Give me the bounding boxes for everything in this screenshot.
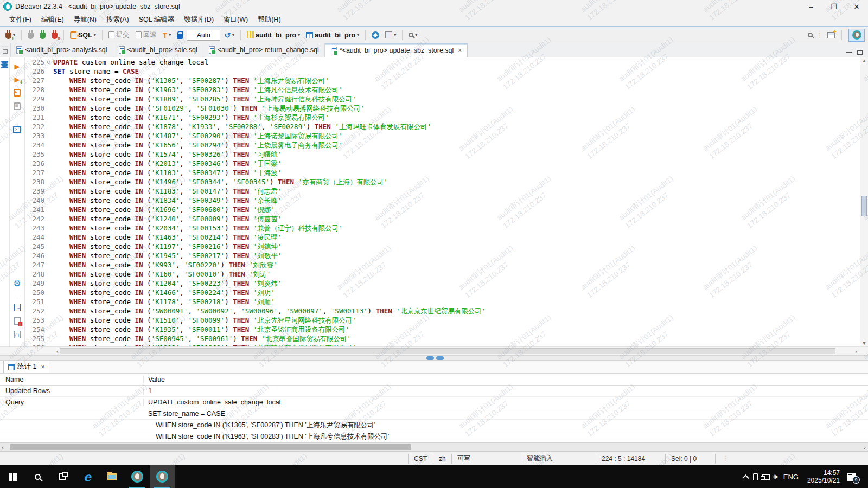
fold-collapse-icon[interactable]: ⊖ <box>44 57 53 67</box>
toolbar-grip: ⋮ <box>817 32 823 38</box>
autocommit-selector[interactable]: Auto <box>187 30 220 41</box>
settings-gear-icon[interactable]: ⚙ <box>13 279 21 288</box>
disconnect-button[interactable]: × <box>49 30 60 40</box>
internet-explorer-button[interactable]: e <box>75 465 100 488</box>
menu-item[interactable]: 窗口(W) <box>219 15 253 24</box>
output-doc-icon[interactable] <box>14 304 21 311</box>
notification-badge: 9 <box>852 476 860 484</box>
editor-tab[interactable]: <audit_bi_pro> sale.sql <box>113 43 203 57</box>
database-navigator-icon[interactable] <box>1 61 8 68</box>
history-button[interactable]: ↺▾ <box>222 30 237 41</box>
code-area[interactable]: 225⊖UPDATE custom_online_sale_change_loc… <box>25 57 860 346</box>
tray-chevron-icon[interactable] <box>742 474 749 481</box>
explain-plan-button[interactable]: ▾ <box>383 30 398 40</box>
line-number: 233 <box>25 131 44 140</box>
ehscroll-thumb[interactable] <box>60 348 835 354</box>
global-search-icon[interactable] <box>808 33 813 37</box>
rollback-button[interactable]: 回滚 <box>133 29 159 41</box>
speaker-icon[interactable]: 🕪 <box>774 472 778 481</box>
taskbar-search-button[interactable] <box>25 465 50 488</box>
minimize-button[interactable]: – <box>800 0 822 13</box>
app-scroll-left-icon[interactable]: ‹ <box>2 443 4 452</box>
results-row[interactable]: Updated Rows1 <box>0 386 868 397</box>
restore-button[interactable]: ❐ <box>822 0 845 13</box>
error-doc-icon[interactable] <box>14 317 21 325</box>
dbeaver-window: DBeaver 22.3.4 - <audit_bi_pro> update_s… <box>0 0 868 488</box>
menu-item[interactable]: SQL 编辑器 <box>134 15 180 24</box>
file-explorer-button[interactable] <box>100 465 125 488</box>
start-button[interactable] <box>0 465 25 488</box>
vscroll-thumb[interactable] <box>861 196 867 216</box>
action-center-icon[interactable]: 9 <box>847 473 856 481</box>
column-name[interactable]: Name <box>0 376 144 383</box>
app-hscrollbar[interactable]: ‹ › <box>0 442 868 451</box>
restore-panel-icon[interactable] <box>3 49 8 54</box>
brackets-doc-icon[interactable]: (·) <box>14 331 21 338</box>
commit-button[interactable]: 提交 <box>106 29 132 41</box>
scroll-up-icon[interactable]: ▲ <box>860 58 868 63</box>
menu-item[interactable]: 文件(F) <box>4 15 36 24</box>
schema-selector[interactable]: audit_bi_pro▾ <box>304 30 361 40</box>
scroll-right-icon[interactable]: › <box>855 347 857 356</box>
statistics-tab-close-icon[interactable]: × <box>41 363 44 371</box>
editor-tab[interactable]: <audit_bi_pro> return_change.sql <box>203 43 325 57</box>
task-view-icon <box>59 473 66 480</box>
editor-vscrollbar[interactable]: ▲ ▼ <box>860 57 868 346</box>
clock-time: 14:57 <box>807 469 840 477</box>
column-value[interactable]: Value <box>144 376 868 383</box>
dbeaver-active-taskbar-button[interactable] <box>150 465 175 488</box>
menu-item[interactable]: 编辑(E) <box>36 15 69 24</box>
toolbar-search-button[interactable]: ▾ <box>406 31 419 38</box>
connect-button[interactable] <box>25 30 36 40</box>
execute-statement-icon[interactable]: ▶ <box>15 63 20 70</box>
taskbar-clock[interactable]: 14:57 2025/10/21 <box>804 469 843 484</box>
maximize-editor-icon[interactable] <box>857 50 863 55</box>
sql-editor-button[interactable]: SQL▾ <box>68 30 98 40</box>
menu-item[interactable]: 导航(N) <box>69 15 101 24</box>
execute-new-tab-icon[interactable]: ▶ <box>15 76 20 83</box>
code-line: 236 WHEN store_code IN ('K2013', 'SF0034… <box>25 159 860 168</box>
compass-button[interactable] <box>369 30 381 40</box>
panel-sash[interactable] <box>0 355 868 361</box>
rollback-doc-icon <box>136 31 142 38</box>
editor-tab[interactable]: *<audit_bi_pro> update_sbz_store.sql× <box>325 43 468 57</box>
editor-main: ▶ ▶ ···· >_ ⚙ ···· (·) 225⊖UPDATE custom… <box>0 57 868 346</box>
result-value-cell: 1 <box>144 387 868 395</box>
perspective-icon[interactable] <box>827 32 835 38</box>
reconnect-button[interactable] <box>37 30 48 40</box>
results-row[interactable]: SET store_name = CASE <box>0 408 868 420</box>
menu-item[interactable]: 搜索(A) <box>101 15 134 24</box>
tab-close-icon[interactable]: × <box>458 47 462 54</box>
close-button[interactable]: ✕ <box>845 0 868 13</box>
result-value-cell: WHEN store_code IN ('K1963', 'SF00283') … <box>144 432 868 441</box>
explain-plan-doc-icon[interactable] <box>14 102 21 110</box>
code-line: 231 WHEN store_code IN ('K1671', 'SF0029… <box>25 113 860 122</box>
app-scroll-right-icon[interactable]: › <box>864 443 866 452</box>
menu-item[interactable]: 数据库(D) <box>179 15 219 24</box>
editor-tab[interactable]: <audit_bi_pro> analysis.sql <box>11 43 113 57</box>
sash-up-button[interactable] <box>426 356 434 360</box>
results-row[interactable]: WHEN store_code IN ('K1305', 'SF00287') … <box>0 420 868 431</box>
new-connection-button[interactable]: +▾ <box>3 30 17 40</box>
execute-script-icon[interactable] <box>14 89 21 97</box>
dbeaver-taskbar-button[interactable] <box>125 465 150 488</box>
usb-icon[interactable] <box>753 473 758 480</box>
database-selector[interactable]: audit_bi_pro▾ <box>245 30 302 40</box>
ahscroll-thumb[interactable] <box>10 444 411 450</box>
results-row[interactable]: QueryUPDATE custom_online_sale_change_lo… <box>0 397 868 408</box>
transaction-log-button[interactable]: T▾ <box>161 30 174 41</box>
sash-down-button[interactable] <box>436 356 444 360</box>
menu-item[interactable]: 帮助(H) <box>253 15 285 24</box>
network-icon[interactable] <box>762 474 770 480</box>
language-indicator[interactable]: ENG <box>782 473 800 481</box>
scroll-down-icon[interactable]: ▼ <box>860 341 868 346</box>
sql-terminal-icon[interactable]: >_ <box>13 126 21 133</box>
results-row[interactable]: WHEN store_code IN ('K1963', 'SF00283') … <box>0 431 868 442</box>
scroll-left-icon[interactable]: ‹ <box>56 347 59 356</box>
editor-hscrollbar[interactable]: ‹ › <box>0 346 868 355</box>
statistics-tab[interactable]: 统计 1 × <box>3 360 49 373</box>
minimize-editor-icon[interactable] <box>846 52 852 53</box>
lock-button[interactable] <box>175 30 185 40</box>
dbeaver-perspective-button[interactable] <box>848 29 865 42</box>
task-view-button[interactable] <box>50 465 75 488</box>
